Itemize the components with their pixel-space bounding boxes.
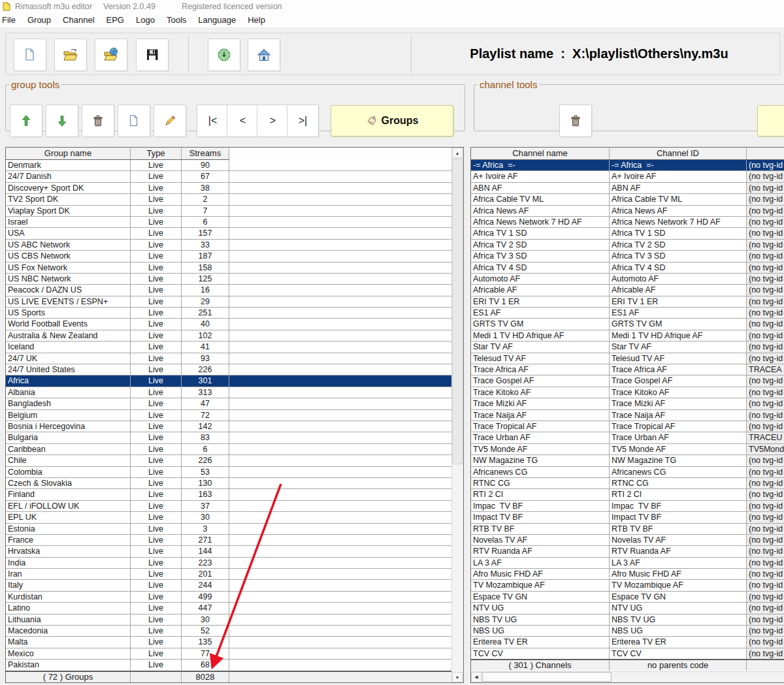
group-nav-next-button[interactable]: > — [257, 104, 289, 137]
new-playlist-button[interactable] — [14, 39, 46, 71]
column-header-channel-id[interactable]: Channel ID — [610, 148, 747, 159]
group-row[interactable]: Australia & New ZealandLive102 — [6, 330, 463, 342]
channel-row[interactable]: Africanews CGAfricanews CG(no tvg-id — [471, 467, 784, 478]
group-row[interactable]: Czech & SlovakiaLive130 — [6, 478, 463, 489]
group-edit-button[interactable] — [154, 104, 186, 137]
channel-row[interactable]: RTI 2 CIRTI 2 CI(no tvg-id — [471, 489, 784, 500]
menu-item-channel[interactable]: Channel — [57, 13, 100, 27]
group-row[interactable]: World Football EventsLive40 — [6, 319, 463, 330]
group-new-button[interactable] — [118, 104, 150, 137]
channel-row[interactable]: TV Mozambique AFTV Mozambique AF(no tvg-… — [471, 580, 784, 591]
group-nav-prev-button[interactable]: < — [227, 104, 259, 137]
group-row[interactable]: ColombiaLive53 — [6, 467, 463, 478]
group-row[interactable]: EPL UKLive30 — [6, 512, 463, 523]
group-row[interactable]: ChileLive226 — [6, 455, 463, 466]
channel-row[interactable]: Trace Gospel AFTrace Gospel AF(no tvg-id — [471, 375, 784, 387]
group-row[interactable]: MacedoniaLive52 — [6, 626, 463, 637]
group-row[interactable]: US LIVE EVENTS / ESPN+Live29 — [6, 296, 463, 308]
channel-row[interactable]: ERI TV 1 ERERI TV 1 ER(no tvg-id — [471, 296, 784, 308]
group-nav-last-button[interactable]: >| — [287, 104, 319, 137]
channel-delete-button[interactable] — [559, 104, 592, 137]
group-row[interactable]: BelgiumLive72 — [6, 410, 463, 421]
group-row[interactable]: Peacock / DAZN USLive16 — [6, 285, 463, 296]
group-row[interactable]: BulgariaLive83 — [6, 432, 463, 443]
channel-row[interactable]: Africa News AFAfrica News AF(no tvg-id — [471, 206, 784, 217]
group-row[interactable]: IcelandLive41 — [6, 342, 463, 353]
menu-item-file[interactable]: File — [0, 13, 22, 27]
group-row[interactable]: US SportsLive251 — [6, 308, 463, 319]
menu-item-logo[interactable]: Logo — [130, 13, 161, 27]
channel-row[interactable]: Impact TV BFImpact TV BF(no tvg-id — [471, 512, 784, 523]
channel-row[interactable]: Africa News Network 7 HD AFAfrica News N… — [471, 217, 784, 228]
open-file-button[interactable] — [54, 39, 87, 71]
channel-row[interactable]: TV5 Monde AFTV5 Monde AFTV5Mond — [471, 444, 784, 455]
column-header-tvg-id[interactable] — [747, 148, 784, 159]
channel-row[interactable]: Trace Urban AFTrace Urban AFTRACEU — [471, 432, 784, 443]
channel-row[interactable]: Africa TV 4 SDAfrica TV 4 SD(no tvg-id — [471, 263, 784, 274]
group-row[interactable]: LatinoLive447 — [6, 603, 463, 614]
channel-row[interactable]: Africa TV 3 SDAfrica TV 3 SD(no tvg-id — [471, 251, 784, 262]
channel-row[interactable]: GRTS TV GMGRTS TV GM(no tvg-id — [471, 319, 784, 330]
channel-row[interactable]: -= Africa =--= Africa =-(no tvg-id — [471, 160, 784, 171]
channel-row[interactable]: Telesud TV AFTelesud TV AF(no tvg-id — [471, 353, 784, 364]
channel-row[interactable]: RTNC CGRTNC CG(no tvg-id — [471, 478, 784, 489]
channel-row[interactable]: Trace Kitoko AFTrace Kitoko AF(no tvg-id — [471, 387, 784, 398]
group-table-vertical-scrollbar[interactable]: ▲ ▼ — [451, 148, 463, 682]
channel-row[interactable]: NBS TV UGNBS TV UG(no tvg-id — [471, 614, 784, 626]
menu-item-epg[interactable]: EPG — [101, 13, 130, 27]
group-row[interactable]: US Fox NetworkLive158 — [6, 263, 463, 274]
home-button[interactable] — [248, 39, 280, 71]
group-row[interactable]: IndiaLive223 — [6, 558, 463, 569]
channel-row[interactable]: NW Magazine TGNW Magazine TG(no tvg-id — [471, 455, 784, 466]
group-row[interactable]: DenmarkLive90 — [6, 160, 463, 171]
channel-row[interactable]: Africa TV 2 SDAfrica TV 2 SD(no tvg-id — [471, 240, 784, 251]
group-row[interactable]: EFL / iFOLLOW UKLive37 — [6, 501, 463, 512]
group-move-up-button[interactable] — [10, 104, 42, 137]
channel-row[interactable]: Trace Africa AFTrace Africa AFTRACEA — [471, 364, 784, 375]
group-row[interactable]: FranceLive271 — [6, 535, 463, 546]
column-header-streams[interactable]: Streams — [182, 148, 229, 159]
download-button[interactable] — [208, 39, 240, 71]
group-row[interactable]: PakistanLive68 — [6, 660, 463, 671]
channel-table-horizontal-scrollbar[interactable]: ◀ — [471, 671, 784, 682]
group-nav-first-button[interactable]: |< — [197, 104, 229, 137]
channel-row[interactable]: RTB TV BFRTB TV BF(no tvg-id — [471, 524, 784, 535]
group-delete-button[interactable] — [82, 104, 114, 137]
channel-row[interactable]: Eriterea TV EREriterea TV ER(no tvg-id — [471, 637, 784, 648]
scroll-left-button[interactable]: ◀ — [471, 672, 482, 682]
channel-row[interactable]: LA 3 AFLA 3 AF(no tvg-id — [471, 558, 784, 569]
group-row[interactable]: Viaplay Sport DKLive7 — [6, 206, 463, 217]
channel-row[interactable]: Afro Music FHD AFAfro Music FHD AF(no tv… — [471, 569, 784, 580]
group-row[interactable]: EstoniaLive3 — [6, 524, 463, 535]
group-row[interactable]: HrvatskaLive144 — [6, 546, 463, 557]
group-row[interactable]: AfricaLive301 — [6, 375, 463, 387]
scroll-thumb[interactable] — [482, 672, 612, 682]
group-row[interactable]: IsraelLive6 — [6, 217, 463, 228]
save-button[interactable] — [136, 39, 169, 71]
channel-row[interactable]: Espace TV GNEspace TV GN(no tvg-id — [471, 592, 784, 603]
group-row[interactable]: FinlandLive163 — [6, 489, 463, 500]
group-row[interactable]: AlbaniaLive313 — [6, 387, 463, 398]
channel-row[interactable]: A+ Ivoire AFA+ Ivoire AF(no tvg-id — [471, 171, 784, 182]
group-row[interactable]: MaltaLive135 — [6, 637, 463, 648]
channel-row[interactable]: Africable AFAfricable AF(no tvg-id — [471, 285, 784, 296]
groups-button[interactable]: Groups — [331, 105, 453, 136]
group-row[interactable]: 24/7 UKLive93 — [6, 353, 463, 364]
group-row[interactable]: Discovery+ Sport DKLive38 — [6, 183, 463, 194]
group-row[interactable]: TV2 Sport DKLive2 — [6, 194, 463, 205]
scroll-thumb[interactable] — [452, 159, 463, 464]
group-row[interactable]: MexicoLive77 — [6, 648, 463, 660]
group-row[interactable]: LithuaniaLive30 — [6, 614, 463, 626]
group-row[interactable]: US CBS NetworkLive187 — [6, 251, 463, 262]
channel-row[interactable]: Africa Cable TV MLAfrica Cable TV ML(no … — [471, 194, 784, 205]
group-row[interactable]: US NBC NetworkLive125 — [6, 274, 463, 285]
channel-row[interactable]: ES1 AFES1 AF(no tvg-id — [471, 308, 784, 319]
group-row[interactable]: BangladeshLive47 — [6, 398, 463, 409]
group-row[interactable]: USALive157 — [6, 228, 463, 239]
channel-row[interactable]: Trace Mizki AFTrace Mizki AF(no tvg-id — [471, 398, 784, 409]
menu-item-language[interactable]: Language — [192, 13, 242, 27]
group-row[interactable]: ItalyLive244 — [6, 580, 463, 591]
group-row[interactable]: CaribbeanLive6 — [6, 444, 463, 455]
channel-row[interactable]: Automoto AFAutomoto AF(no tvg-id — [471, 274, 784, 285]
channel-row[interactable]: Impac TV BFImpac TV BF(no tvg-id — [471, 501, 784, 512]
